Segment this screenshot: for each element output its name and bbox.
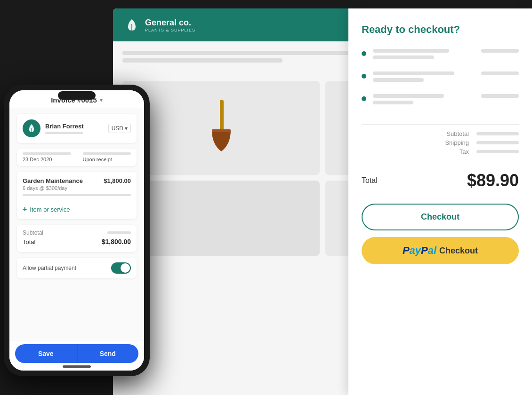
phone-notch — [58, 91, 96, 100]
invoice-body[interactable]: Brian Forrest USD ▾ 23 Dec 2020 — [9, 108, 144, 340]
toggle-knob — [121, 263, 130, 273]
phone-wrapper: Invoice #0015 ▾ Brian F — [4, 85, 150, 376]
app-name: General co. — [145, 18, 195, 28]
line-item-top: Garden Maintenance $1,800.00 — [23, 177, 131, 184]
dates-row: 23 Dec 2020 Upon receipt — [17, 149, 137, 166]
item-line-2a — [373, 71, 454, 75]
date-divider — [77, 152, 77, 162]
checkout-button[interactable]: Checkout — [362, 204, 519, 230]
app-subtitle: PLANTS & SUPPLIES — [145, 28, 195, 32]
line-item-price: $1,800.00 — [104, 177, 131, 184]
currency-badge[interactable]: USD ▾ — [108, 124, 131, 133]
home-indicator — [63, 365, 91, 368]
svg-rect-0 — [220, 100, 224, 133]
subtotal-label: Subtotal — [446, 130, 469, 137]
shipping-label: Shipping — [445, 139, 469, 146]
date-due: Upon receipt — [83, 157, 131, 162]
line-item-desc: 6 days @ $300/day — [23, 185, 131, 191]
tax-label: Tax — [459, 148, 469, 155]
item-line-1b — [373, 55, 434, 59]
date-block-issued: 23 Dec 2020 — [23, 152, 71, 162]
client-left: Brian Forrest — [23, 119, 84, 137]
item-line-1a — [373, 49, 449, 53]
date-bar-issued — [23, 152, 71, 155]
checkout-items-section — [362, 49, 519, 125]
checkout-subtotals: Subtotal Shipping Tax — [362, 130, 519, 155]
item-right-2 — [481, 71, 519, 75]
line-item-1: Garden Maintenance $1,800.00 6 days @ $3… — [23, 177, 131, 196]
line-item-progress — [23, 194, 131, 196]
checkout-item-1 — [362, 49, 519, 62]
subtotal-row: Subtotal — [446, 130, 519, 137]
client-info: Brian Forrest — [45, 123, 84, 134]
item-right-1 — [481, 49, 519, 53]
item-right-3 — [481, 94, 519, 98]
leaf-icon — [124, 17, 139, 32]
checkout-title: Ready to checkout? — [362, 24, 519, 36]
checkout-total-row: Total $89.90 — [362, 163, 519, 190]
date-bar-due — [83, 152, 131, 155]
partial-payment-row: Allow partial payment — [17, 258, 137, 278]
add-item-text: Item or service — [30, 206, 70, 213]
date-block-due: Upon receipt — [83, 152, 131, 162]
date-issued: 23 Dec 2020 — [23, 157, 71, 162]
item-price-bar-2 — [481, 71, 519, 75]
shipping-bar — [476, 141, 519, 144]
item-line-3b — [373, 101, 413, 104]
checkout-modal: Ready to checkout? — [348, 8, 532, 395]
subtotal-invoice-label: Subtotal — [23, 229, 43, 236]
line-items-card: Garden Maintenance $1,800.00 6 days @ $3… — [17, 172, 137, 219]
client-name: Brian Forrest — [45, 123, 84, 130]
item-line-3a — [373, 94, 444, 98]
send-button[interactable]: Send — [77, 344, 139, 363]
item-line-2b — [373, 78, 424, 82]
partial-payment-label: Allow partial payment — [23, 265, 76, 271]
total-invoice-value: $1,800.00 — [102, 238, 131, 245]
currency-chevron-icon: ▾ — [125, 125, 128, 132]
total-amount: $89.90 — [467, 171, 519, 190]
subtotal-invoice-row: Subtotal — [23, 229, 131, 236]
client-row: Brian Forrest USD ▾ — [17, 114, 137, 143]
item-lines-3 — [373, 94, 475, 107]
phone-frame: Invoice #0015 ▾ Brian F — [4, 85, 150, 376]
subtotal-invoice-bar — [107, 231, 131, 234]
item-price-bar-1 — [481, 49, 519, 53]
paypal-checkout-button[interactable]: PayPal Checkout — [362, 237, 519, 264]
line-item-name: Garden Maintenance — [23, 177, 83, 184]
partial-payment-toggle[interactable] — [111, 262, 131, 274]
paypal-logo: PayPal — [403, 245, 436, 257]
chevron-down-icon: ▾ — [100, 97, 103, 103]
paypal-checkout-text: Checkout — [439, 246, 478, 256]
item-dot-3 — [362, 96, 366, 101]
currency-label: USD — [112, 125, 123, 132]
total-label: Total — [362, 176, 378, 185]
content-placeholder-2 — [122, 58, 282, 63]
item-dot-2 — [362, 74, 366, 79]
grid-card-3 — [122, 181, 320, 256]
phone-screen: Invoice #0015 ▾ Brian F — [9, 90, 144, 371]
item-price-bar-3 — [481, 94, 519, 98]
add-icon: + — [23, 205, 27, 213]
subtotal-bar — [476, 132, 519, 135]
item-dot-1 — [362, 51, 366, 56]
svg-rect-1 — [212, 129, 231, 132]
totals-card: Subtotal Total $1,800.00 — [17, 225, 137, 252]
add-item-row[interactable]: + Item or service — [23, 201, 131, 213]
checkout-item-2 — [362, 71, 519, 85]
item-lines-2 — [373, 71, 475, 85]
total-invoice-row: Total $1,800.00 — [23, 238, 131, 245]
shovel-svg — [200, 97, 242, 158]
avatar — [23, 119, 40, 137]
app-logo: General co. PLANTS & SUPPLIES — [145, 18, 195, 32]
total-invoice-label: Total — [23, 238, 35, 245]
save-button[interactable]: Save — [15, 344, 77, 363]
avatar-leaf-icon — [26, 123, 37, 134]
content-placeholder-1 — [122, 51, 363, 55]
grid-card-shovel — [122, 81, 320, 175]
item-lines-1 — [373, 49, 475, 62]
tax-row: Tax — [459, 148, 519, 155]
shipping-row: Shipping — [445, 139, 519, 146]
client-bar — [45, 132, 83, 134]
checkout-item-3 — [362, 94, 519, 107]
tax-bar — [476, 150, 519, 153]
